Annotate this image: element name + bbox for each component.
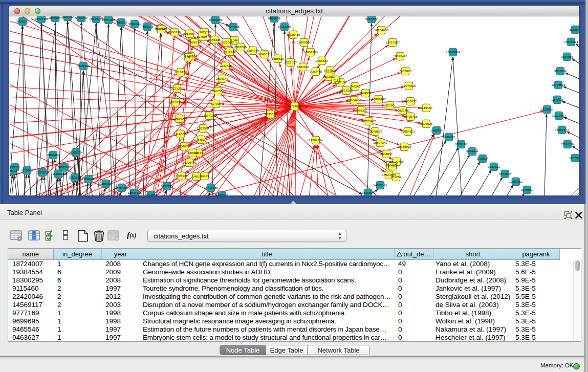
- svg-text:6497568: 6497568: [340, 89, 353, 92]
- svg-text:10975867: 10975867: [57, 165, 72, 169]
- svg-text:14136141: 14136141: [373, 183, 387, 187]
- svg-text:20364436: 20364436: [347, 98, 361, 102]
- svg-text:746266: 746266: [350, 84, 361, 88]
- svg-text:9463627: 9463627: [404, 99, 417, 103]
- svg-text:19384554: 19384554: [309, 138, 323, 142]
- svg-text:14099489: 14099489: [182, 161, 197, 164]
- svg-text:12975115: 12975115: [402, 84, 416, 87]
- svg-text:10654112: 10654112: [509, 180, 523, 183]
- svg-text:8813054: 8813054: [268, 16, 281, 20]
- svg-text:10688609: 10688609: [368, 129, 382, 133]
- svg-text:8353: 8353: [198, 138, 205, 141]
- svg-text:1965498: 1965498: [173, 117, 186, 120]
- svg-text:8912954: 8912954: [145, 193, 158, 195]
- svg-text:9227349: 9227349: [554, 69, 567, 73]
- svg-text:12923448: 12923448: [127, 191, 142, 194]
- svg-text:20691406: 20691406: [34, 17, 49, 20]
- svg-text:2405572: 2405572: [16, 19, 29, 23]
- svg-text:252254: 252254: [391, 175, 402, 179]
- svg-text:8186328: 8186328: [208, 38, 221, 41]
- svg-text:14479: 14479: [200, 174, 209, 178]
- svg-text:1221338: 1221338: [171, 86, 184, 90]
- svg-text:14692: 14692: [192, 174, 201, 178]
- svg-text:9699695: 9699695: [420, 122, 433, 125]
- svg-text:19756928: 19756928: [397, 145, 411, 148]
- svg-text:9161044: 9161044: [128, 22, 141, 26]
- svg-text:18807249: 18807249: [373, 141, 387, 144]
- svg-text:17957223: 17957223: [81, 177, 96, 181]
- svg-text:6879197: 6879197: [455, 142, 468, 146]
- svg-text:2718176: 2718176: [175, 70, 187, 74]
- svg-text:1588520: 1588520: [272, 57, 285, 60]
- svg-text:1527602: 1527602: [61, 16, 74, 18]
- svg-text:745: 745: [333, 78, 339, 81]
- svg-text:19166827: 19166827: [173, 132, 188, 136]
- svg-text:12093872: 12093872: [551, 83, 565, 86]
- svg-text:16033809: 16033809: [208, 18, 223, 21]
- svg-text:7955812: 7955812: [316, 59, 329, 62]
- svg-text:10958107: 10958107: [99, 182, 113, 185]
- svg-text:5938923: 5938923: [443, 135, 455, 139]
- svg-text:7986322: 7986322: [355, 108, 368, 112]
- svg-text:2505334: 2505334: [77, 64, 90, 68]
- svg-text:8912954: 8912954: [183, 32, 196, 35]
- svg-text:15716485: 15716485: [204, 186, 218, 189]
- svg-text:7515526: 7515526: [115, 20, 128, 24]
- svg-text:9084067: 9084067: [380, 152, 393, 156]
- svg-text:3624554: 3624554: [359, 91, 372, 95]
- svg-text:16046788: 16046788: [177, 144, 191, 148]
- svg-text:10210643: 10210643: [552, 114, 566, 117]
- svg-text:6794028: 6794028: [324, 69, 337, 72]
- svg-text:2967608: 2967608: [234, 45, 247, 49]
- svg-text:9415527: 9415527: [362, 191, 375, 194]
- svg-text:1362615: 1362615: [297, 65, 310, 69]
- svg-text:2530027: 2530027: [265, 112, 277, 116]
- svg-text:19654923: 19654923: [401, 129, 415, 133]
- svg-text:1353594: 1353594: [197, 126, 210, 130]
- svg-text:7357224: 7357224: [227, 25, 240, 29]
- svg-text:9245652: 9245652: [521, 188, 534, 191]
- svg-text:7625402: 7625402: [176, 174, 188, 178]
- svg-text:10025433: 10025433: [396, 108, 410, 112]
- svg-text:8471676: 8471676: [499, 172, 512, 176]
- svg-text:827503: 827503: [197, 35, 208, 38]
- svg-text:7485063: 7485063: [399, 69, 412, 73]
- svg-text:9457791: 9457791: [161, 184, 173, 188]
- svg-text:15751074: 15751074: [564, 40, 578, 43]
- svg-text:6347234: 6347234: [216, 193, 229, 195]
- svg-text:9474444: 9474444: [466, 149, 479, 153]
- svg-text:10973493: 10973493: [393, 54, 407, 58]
- svg-text:3267130: 3267130: [203, 114, 216, 117]
- svg-text:1244415: 1244415: [551, 98, 564, 101]
- svg-text:1546: 1546: [231, 38, 238, 42]
- svg-text:1145194: 1145194: [52, 172, 64, 176]
- svg-text:435061: 435061: [10, 165, 20, 169]
- svg-text:15692971: 15692971: [555, 128, 569, 132]
- svg-text:16782759: 16782759: [115, 186, 129, 189]
- svg-text:16120746: 16120746: [389, 160, 404, 163]
- svg-text:15720407: 15720407: [362, 119, 376, 123]
- svg-text:3875685: 3875685: [224, 50, 236, 53]
- svg-text:15495758: 15495758: [403, 115, 418, 118]
- svg-text:18724007: 18724007: [288, 104, 302, 108]
- svg-text:12213967: 12213967: [385, 40, 400, 44]
- svg-text:10807487: 10807487: [372, 97, 386, 101]
- svg-text:39154: 39154: [10, 169, 17, 172]
- svg-text:6990448: 6990448: [310, 70, 322, 73]
- svg-text:1054338: 1054338: [188, 40, 201, 44]
- svg-text:9115460: 9115460: [420, 106, 432, 110]
- svg-text:8454749: 8454749: [247, 49, 259, 52]
- svg-text:8427552: 8427552: [212, 89, 225, 93]
- svg-text:1250513: 1250513: [69, 176, 81, 179]
- svg-text:1112842: 1112842: [569, 28, 579, 31]
- svg-text:2087682: 2087682: [365, 17, 378, 20]
- svg-text:9146821: 9146821: [258, 52, 271, 56]
- svg-text:917004: 917004: [211, 102, 222, 105]
- svg-text:12942737: 12942737: [35, 170, 50, 174]
- svg-text:11325419: 11325419: [286, 33, 300, 36]
- svg-text:1115682: 1115682: [21, 168, 33, 172]
- svg-text:18640910: 18640910: [297, 40, 311, 44]
- svg-text:6466160: 6466160: [75, 16, 88, 19]
- svg-text:19218506: 19218506: [277, 25, 292, 28]
- svg-text:9242848: 9242848: [220, 64, 232, 68]
